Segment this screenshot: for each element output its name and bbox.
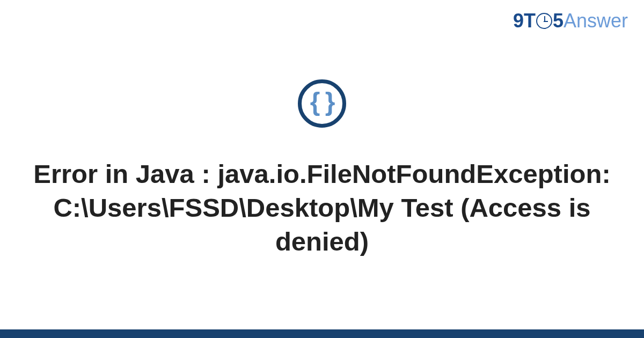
logo-text-5: 5 [553, 10, 564, 32]
category-badge: { } [298, 79, 346, 128]
logo-text-answer: Answer [564, 10, 628, 32]
question-title: Error in Java : java.io.FileNotFoundExce… [32, 157, 612, 258]
logo-text-9t: 9T [513, 10, 536, 32]
braces-icon: { } [310, 89, 334, 115]
clock-icon [536, 13, 552, 29]
main-content: { } Error in Java : java.io.FileNotFound… [0, 0, 644, 338]
site-logo: 9T 5 Answer [513, 10, 628, 32]
footer-accent-bar [0, 329, 644, 338]
